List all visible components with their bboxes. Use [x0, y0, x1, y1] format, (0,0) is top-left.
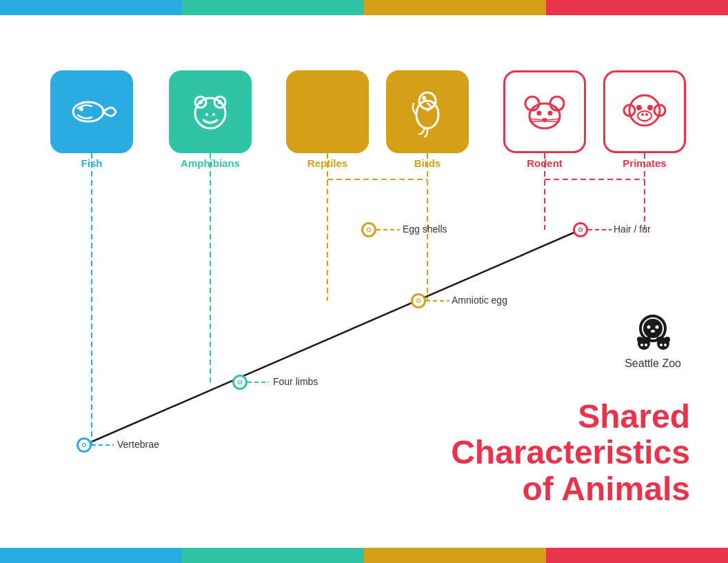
svg-point-53 — [645, 344, 647, 346]
svg-point-52 — [640, 344, 643, 346]
svg-point-21 — [205, 113, 208, 116]
birds-card — [386, 70, 469, 153]
rodent-label: Rodent — [503, 157, 586, 169]
amphibians-label: Amphibians — [169, 157, 252, 169]
primates-label: Primates — [603, 157, 686, 169]
egg-shells-node: O — [361, 222, 376, 237]
amphibians-card — [169, 70, 252, 153]
title-line2: Characteristics — [451, 435, 690, 471]
svg-point-22 — [212, 113, 215, 116]
title-block: Shared Characteristics of Animals — [451, 399, 690, 508]
bottom-color-bar — [0, 548, 728, 563]
rodent-card — [503, 70, 586, 153]
reptiles-card — [286, 70, 369, 153]
svg-point-51 — [645, 337, 651, 342]
top-bar-yellow — [364, 0, 546, 15]
svg-point-56 — [665, 337, 670, 342]
svg-point-44 — [643, 319, 663, 338]
top-color-bar — [0, 0, 728, 15]
svg-point-31 — [542, 118, 547, 122]
title-line1: Shared — [451, 399, 690, 435]
svg-point-57 — [660, 344, 663, 346]
birds-label: Birds — [386, 157, 469, 169]
vertebrae-node: O — [77, 437, 92, 453]
fish-card — [50, 70, 133, 153]
title-line3: of Animals — [451, 471, 690, 508]
bottom-bar-yellow — [364, 548, 546, 563]
vertebrae-label: Vertebrae — [117, 439, 159, 450]
top-bar-red — [546, 0, 728, 15]
svg-point-47 — [656, 326, 659, 329]
top-bar-green — [182, 0, 364, 15]
svg-point-46 — [647, 326, 651, 329]
four-limbs-node: O — [232, 375, 247, 390]
svg-point-43 — [645, 113, 648, 116]
reptiles-label: Reptiles — [286, 157, 369, 169]
bottom-bar-red — [546, 548, 728, 563]
amniotic-egg-node: O — [411, 293, 426, 308]
four-limbs-label: Four limbs — [273, 376, 318, 387]
svg-point-50 — [637, 337, 643, 342]
amniotic-egg-label: Amniotic egg — [452, 295, 507, 306]
svg-point-19 — [199, 100, 203, 104]
svg-point-55 — [656, 337, 662, 342]
svg-point-42 — [641, 113, 644, 116]
svg-point-30 — [548, 111, 553, 116]
svg-point-40 — [647, 105, 653, 110]
primates-card — [603, 70, 686, 153]
fish-label: Fish — [50, 157, 133, 169]
svg-point-25 — [422, 96, 426, 100]
top-bar-blue — [0, 0, 182, 15]
svg-point-26 — [529, 103, 560, 128]
svg-point-48 — [651, 330, 655, 333]
bottom-bar-green — [182, 548, 364, 563]
egg-shells-label: Egg shells — [403, 224, 447, 235]
hair-fur-node: O — [573, 222, 588, 237]
hair-fur-label: Hair / fur — [614, 224, 651, 235]
svg-point-20 — [218, 100, 222, 104]
zoo-logo: Seattle Zoo — [625, 313, 681, 370]
svg-point-58 — [664, 344, 667, 346]
svg-point-39 — [636, 105, 642, 110]
bottom-bar-blue — [0, 548, 182, 563]
svg-point-29 — [537, 111, 542, 116]
zoo-name: Seattle Zoo — [625, 357, 681, 370]
